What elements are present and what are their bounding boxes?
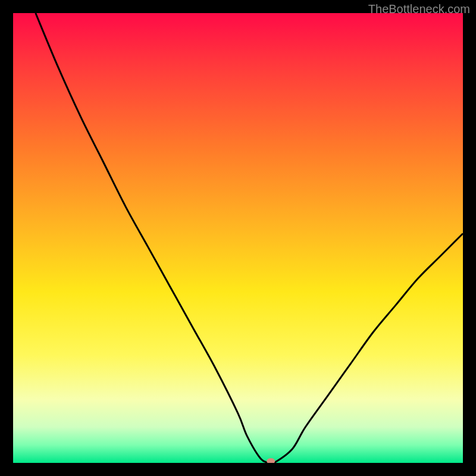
- chart-frame: [13, 13, 463, 463]
- chart-svg: [13, 13, 463, 463]
- watermark-text: TheBottleneck.com: [368, 2, 470, 16]
- chart-background: [13, 13, 463, 463]
